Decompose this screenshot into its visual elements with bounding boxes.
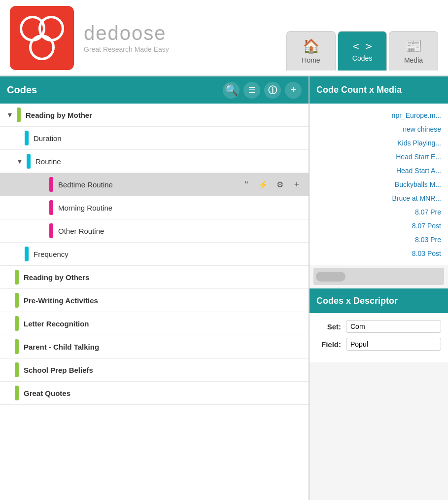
- code-label-reading-by-others: Reading by Others: [24, 273, 304, 282]
- code-label-duration: Duration: [34, 134, 304, 143]
- code-label-routine: Routine: [35, 157, 304, 166]
- descriptor-title: Codes x Descriptor: [316, 296, 398, 306]
- media-item-3[interactable]: Head Start E...: [310, 150, 448, 164]
- brand-text: dedoose Great Research Made Easy: [84, 22, 169, 53]
- tab-home[interactable]: 🏠 Home: [286, 31, 336, 71]
- media-item-7[interactable]: 8.07 Pre: [310, 205, 448, 219]
- code-item-reading-by-others[interactable]: Reading by Others: [0, 266, 309, 289]
- media-item-2[interactable]: Kids Playing...: [310, 136, 448, 150]
- field-row: Field:: [316, 338, 441, 351]
- color-bar-school-prep-beliefs: [15, 362, 19, 377]
- code-count-section: Code Count x Media npr_Europe.m... new c…: [310, 76, 448, 287]
- set-row: Set:: [316, 320, 441, 333]
- code-item-reading-by-mother[interactable]: ▼ Reading by Mother: [0, 104, 309, 127]
- media-item-1[interactable]: new chinese: [310, 122, 448, 136]
- tab-codes[interactable]: < > Codes: [338, 31, 387, 71]
- code-item-duration[interactable]: Duration: [0, 127, 309, 150]
- codes-panel-header: Codes 🔍 ☰ ⓘ +: [0, 76, 309, 104]
- color-bar-reading-by-mother: [17, 107, 21, 122]
- code-item-other-routine[interactable]: Other Routine: [0, 219, 309, 243]
- codes-list: ▼ Reading by Mother Duration ▼ Routine B: [0, 104, 309, 500]
- main-content: Codes 🔍 ☰ ⓘ + ▼ Reading by Mother Durati…: [0, 76, 448, 500]
- nav-tabs: 🏠 Home < > Codes 📰 Media: [284, 5, 438, 71]
- tag-action[interactable]: ⚡: [256, 178, 270, 191]
- code-label-bedtime-routine: Bedtime Routine: [58, 180, 240, 189]
- code-label-frequency: Frequency: [34, 250, 304, 258]
- code-label-school-prep-beliefs: School Prep Beliefs: [24, 366, 304, 374]
- right-panel: Code Count x Media npr_Europe.m... new c…: [310, 76, 448, 500]
- code-item-letter-recognition[interactable]: Letter Recognition: [0, 312, 309, 335]
- code-label-parent-child-talking: Parent - Child Talking: [24, 343, 304, 351]
- code-item-parent-child-talking[interactable]: Parent - Child Talking: [0, 335, 309, 358]
- code-item-routine[interactable]: ▼ Routine: [0, 150, 309, 173]
- logo-circle-3: [29, 35, 55, 60]
- info-button[interactable]: ⓘ: [264, 82, 281, 99]
- codes-panel: Codes 🔍 ☰ ⓘ + ▼ Reading by Mother Durati…: [0, 76, 310, 500]
- codes-panel-title: Codes: [7, 84, 223, 96]
- add-child-action[interactable]: +: [290, 178, 304, 191]
- tab-media[interactable]: 📰 Media: [389, 31, 438, 71]
- brand-name: dedoose: [84, 22, 169, 44]
- color-bar-letter-recognition: [15, 316, 19, 331]
- code-label-great-quotes: Great Quotes: [24, 389, 304, 397]
- color-bar-other-routine: [49, 223, 53, 238]
- codes-actions: 🔍 ☰ ⓘ +: [223, 82, 302, 99]
- field-label: Field:: [316, 340, 341, 349]
- code-item-frequency[interactable]: Frequency: [0, 243, 309, 266]
- code-item-bedtime-routine[interactable]: Bedtime Routine “ ⚡ ⚙ +: [0, 173, 309, 196]
- code-count-title: Code Count x Media: [316, 85, 402, 95]
- code-label-pre-writing: Pre-Writing Activities: [24, 296, 304, 305]
- media-scrollbar[interactable]: [313, 268, 444, 285]
- home-icon: 🏠: [303, 38, 320, 54]
- tab-media-label: Media: [404, 56, 423, 64]
- tab-codes-label: Codes: [352, 54, 372, 62]
- set-input[interactable]: [346, 320, 441, 333]
- code-count-header: Code Count x Media: [310, 76, 448, 104]
- code-item-morning-routine[interactable]: Morning Routine: [0, 196, 309, 219]
- color-bar-pre-writing: [15, 293, 19, 308]
- descriptor-content: Set: Field:: [310, 313, 448, 362]
- filter-button[interactable]: ☰: [243, 82, 260, 99]
- color-bar-frequency: [25, 247, 29, 261]
- expand-routine[interactable]: ▼: [15, 156, 25, 166]
- media-item-8[interactable]: 8.07 Post: [310, 219, 448, 233]
- tab-home-label: Home: [302, 56, 320, 64]
- descriptor-header: Codes x Descriptor: [310, 288, 448, 313]
- media-item-5[interactable]: Buckyballs M...: [310, 178, 448, 191]
- color-bar-routine: [27, 154, 31, 169]
- media-scrollbar-thumb[interactable]: [316, 272, 345, 282]
- code-item-school-prep-beliefs[interactable]: School Prep Beliefs: [0, 358, 309, 382]
- color-bar-great-quotes: [15, 386, 19, 400]
- media-item-10[interactable]: 8.03 Post: [310, 247, 448, 260]
- code-label-letter-recognition: Letter Recognition: [24, 320, 304, 328]
- media-item-4[interactable]: Head Start A...: [310, 164, 448, 178]
- color-bar-bedtime-routine: [49, 177, 53, 192]
- logo-circles: [20, 16, 64, 60]
- code-label-reading-by-mother: Reading by Mother: [26, 111, 304, 119]
- brand-tagline: Great Research Made Easy: [84, 45, 169, 53]
- code-label-other-routine: Other Routine: [58, 227, 304, 235]
- bedtime-routine-actions: “ ⚡ ⚙ +: [240, 178, 304, 191]
- header: dedoose Great Research Made Easy 🏠 Home …: [0, 0, 448, 76]
- logo: [10, 6, 74, 70]
- media-item-9[interactable]: 8.03 Pre: [310, 233, 448, 247]
- descriptor-section: Codes x Descriptor Set: Field:: [310, 288, 448, 362]
- codes-icon: < >: [352, 40, 372, 52]
- set-label: Set:: [316, 322, 341, 331]
- add-code-button[interactable]: +: [285, 82, 302, 99]
- quote-action[interactable]: “: [240, 178, 253, 191]
- code-item-pre-writing[interactable]: Pre-Writing Activities: [0, 289, 309, 312]
- color-bar-duration: [25, 131, 29, 145]
- code-label-morning-routine: Morning Routine: [58, 204, 304, 212]
- field-input[interactable]: [346, 338, 441, 351]
- search-button[interactable]: 🔍: [223, 82, 240, 99]
- expand-reading-by-mother[interactable]: ▼: [5, 110, 15, 120]
- media-icon: 📰: [405, 38, 422, 54]
- media-item-0[interactable]: npr_Europe.m...: [310, 108, 448, 122]
- settings-action[interactable]: ⚙: [273, 178, 287, 191]
- media-list: npr_Europe.m... new chinese Kids Playing…: [310, 104, 448, 265]
- media-item-6[interactable]: Bruce at MNR...: [310, 191, 448, 205]
- color-bar-reading-by-others: [15, 270, 19, 285]
- color-bar-parent-child-talking: [15, 339, 19, 354]
- code-item-great-quotes[interactable]: Great Quotes: [0, 382, 309, 405]
